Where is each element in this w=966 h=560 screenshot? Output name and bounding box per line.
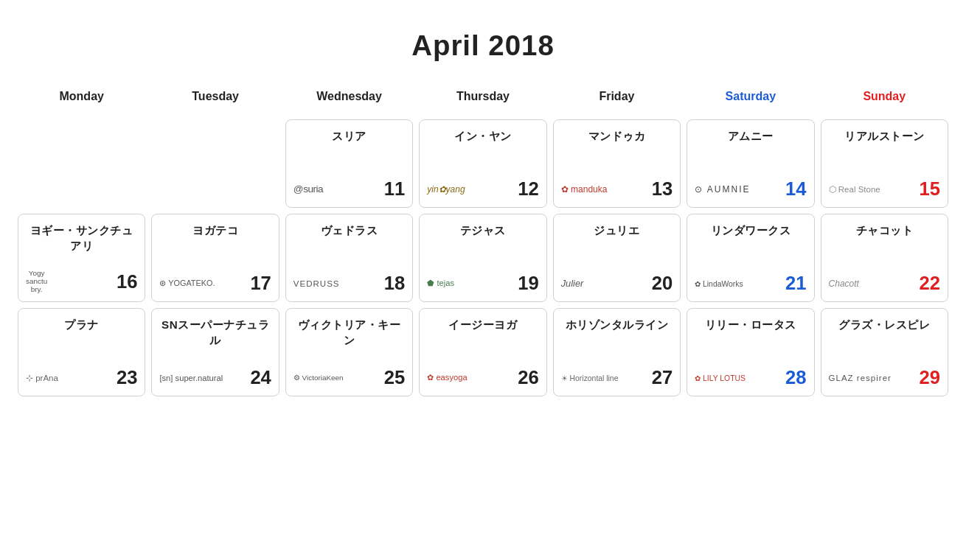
calendar-cell-13: マンドゥカ✿ manduka13 [553, 119, 681, 208]
cell-brand-name: ヴィクトリア・キーン [293, 318, 405, 349]
cell-date-number: 20 [652, 273, 673, 294]
calendar-cell-16: ヨギー・サンクチュアリYogy sanctu bry.16 [18, 214, 145, 302]
cell-logo: ⊹ prAna [26, 373, 112, 383]
cell-brand-name: SNスーパーナチュラル [159, 318, 271, 349]
cell-logo: ⊛ YOGATEKO. [159, 279, 246, 288]
day-header-monday: Monday [15, 84, 148, 116]
cell-date-number: 24 [250, 367, 271, 388]
day-header-thursday: Thursday [416, 84, 549, 116]
cell-date-number: 13 [652, 178, 673, 200]
cell-date-number: 26 [518, 367, 538, 388]
cell-date-number: 16 [117, 271, 137, 293]
day-header-tuesday: Tuesday [148, 84, 282, 116]
calendar-cell-27: ホリゾンタルライン☀ Horizontal line27 [553, 308, 681, 396]
cell-brand-name: ヨガテコ [159, 223, 271, 239]
calendar-cell-21: リンダワークス✿ LindaWorks21 [687, 214, 814, 302]
cell-brand-name: マンドゥカ [561, 129, 673, 144]
cell-date-number: 25 [384, 367, 405, 388]
cell-brand-name: イン・ヤン [427, 129, 538, 144]
day-header-sunday: Sunday [818, 84, 951, 116]
cell-logo: ✿ manduka [561, 184, 647, 195]
cell-date-number: 21 [785, 273, 806, 294]
cell-logo: ✿ easyoga [427, 373, 513, 382]
cell-logo: Julier [561, 278, 647, 289]
calendar-cell-20: ジュリエJulier20 [553, 214, 681, 302]
calendar-cell-22: チャコットChacott22 [821, 214, 948, 302]
cell-date-number: 23 [117, 367, 137, 388]
cell-brand-name: ホリゾンタルライン [561, 318, 673, 333]
calendar-cell-23: プラナ⊹ prAna23 [18, 308, 145, 396]
day-header-friday: Friday [550, 84, 684, 116]
cell-logo: @suria [293, 183, 380, 195]
cell-logo: ⬡ Real Stone [829, 184, 915, 195]
cell-date-number: 18 [384, 273, 405, 294]
cell-date-number: 12 [518, 178, 538, 200]
cell-brand-name: ヴェドラス [293, 223, 405, 239]
calendar-cell-24: SNスーパーナチュラル[sn] super.natural24 [151, 308, 279, 396]
empty-cell [18, 119, 145, 208]
cell-logo: Chacott [829, 279, 915, 289]
calendar-cell-17: ヨガテコ⊛ YOGATEKO.17 [151, 214, 279, 302]
cell-date-number: 17 [250, 273, 271, 294]
calendar-cell-19: テジャス⬟ tejas19 [419, 214, 546, 302]
cell-date-number: 14 [785, 178, 806, 200]
calendar-cell-25: ヴィクトリア・キーン⚙ VictoriaKeen25 [285, 308, 413, 396]
day-header-saturday: Saturday [684, 84, 817, 116]
cell-date-number: 29 [920, 367, 940, 388]
day-header-wednesday: Wednesday [282, 84, 416, 116]
cell-date-number: 19 [518, 273, 538, 294]
empty-cell [151, 119, 279, 208]
cell-brand-name: リリー・ロータス [695, 318, 806, 333]
cell-brand-name: テジャス [427, 223, 538, 239]
cell-brand-name: スリア [293, 129, 405, 144]
cell-brand-name: アムニー [695, 129, 806, 144]
cell-date-number: 15 [920, 178, 940, 200]
cell-brand-name: プラナ [26, 318, 137, 333]
calendar-cell-11: スリア@suria11 [285, 119, 413, 208]
cell-date-number: 11 [384, 178, 405, 200]
cell-logo: ✿ LILY LOTUS [695, 374, 781, 382]
cell-brand-name: イージーヨガ [427, 318, 538, 333]
cell-logo: VEDRUSS [293, 279, 380, 288]
cell-logo: Yogy sanctu bry. [26, 270, 112, 294]
cell-logo: ✿ LindaWorks [695, 279, 781, 288]
cell-logo: ⬟ tejas [427, 279, 513, 288]
calendar-cell-28: リリー・ロータス✿ LILY LOTUS28 [687, 308, 814, 396]
cell-brand-name: グラズ・レスピレ [829, 318, 940, 333]
cell-brand-name: チャコット [829, 223, 940, 239]
cell-date-number: 22 [920, 273, 940, 294]
cell-logo: [sn] super.natural [159, 374, 246, 382]
cell-brand-name: ヨギー・サンクチュアリ [26, 223, 137, 254]
cell-brand-name: リアルストーン [829, 129, 940, 144]
calendar-grid: MondayTuesdayWednesdayThursdayFridaySatu… [15, 84, 951, 399]
cell-logo: ⊙ AUMNIE [695, 184, 781, 195]
cell-logo: GLAZ respirer [829, 374, 915, 382]
cell-date-number: 27 [652, 367, 673, 388]
cell-brand-name: リンダワークス [695, 223, 806, 239]
cell-date-number: 28 [785, 367, 806, 388]
calendar-cell-18: ヴェドラスVEDRUSS18 [285, 214, 413, 302]
calendar-cell-26: イージーヨガ✿ easyoga26 [419, 308, 546, 396]
cell-logo: ☀ Horizontal line [561, 374, 647, 382]
cell-logo: ⚙ VictoriaKeen [293, 374, 380, 382]
calendar-title: April 2018 [15, 29, 951, 62]
cell-brand-name: ジュリエ [561, 223, 673, 239]
calendar-cell-12: イン・ヤンyin✿yang12 [419, 119, 546, 208]
calendar-cell-14: アムニー⊙ AUMNIE14 [687, 119, 814, 208]
cell-logo: yin✿yang [427, 184, 513, 195]
calendar-cell-29: グラズ・レスピレGLAZ respirer29 [821, 308, 948, 396]
calendar-cell-15: リアルストーン⬡ Real Stone15 [821, 119, 948, 208]
